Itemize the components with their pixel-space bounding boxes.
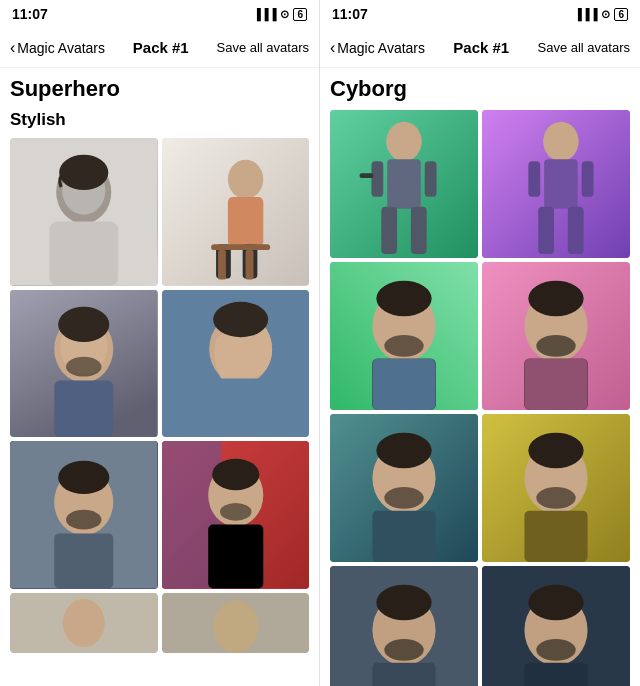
battery-icon-right: 6 bbox=[614, 8, 628, 21]
svg-rect-23 bbox=[201, 378, 280, 437]
wifi-icon-left: ⊙ bbox=[280, 8, 289, 21]
back-arrow-icon-right: ‹ bbox=[330, 39, 335, 57]
image-item[interactable] bbox=[330, 262, 478, 410]
status-bar-left: 11:07 ▐▐▐ ⊙ 6 bbox=[0, 0, 319, 28]
svg-point-36 bbox=[212, 459, 259, 490]
svg-rect-13 bbox=[245, 250, 253, 280]
svg-point-30 bbox=[66, 510, 101, 530]
nav-title-right: Pack #1 bbox=[431, 39, 532, 56]
svg-rect-66 bbox=[524, 359, 587, 410]
svg-rect-76 bbox=[524, 511, 587, 562]
image-grid-right bbox=[330, 110, 630, 686]
svg-point-67 bbox=[528, 281, 583, 317]
svg-rect-11 bbox=[211, 244, 270, 250]
image-item[interactable] bbox=[482, 414, 630, 562]
svg-rect-2 bbox=[49, 222, 118, 286]
image-item[interactable] bbox=[162, 441, 310, 589]
svg-rect-35 bbox=[208, 525, 263, 589]
content-left: Superhero Stylish bbox=[0, 68, 319, 686]
svg-rect-48 bbox=[425, 161, 437, 197]
svg-point-82 bbox=[376, 585, 431, 621]
back-label-left: Magic Avatars bbox=[17, 40, 105, 56]
image-item[interactable] bbox=[10, 138, 158, 286]
svg-rect-54 bbox=[568, 207, 584, 254]
svg-point-37 bbox=[220, 503, 251, 521]
svg-rect-28 bbox=[54, 533, 113, 588]
image-item[interactable] bbox=[162, 290, 310, 438]
svg-rect-12 bbox=[218, 250, 226, 280]
status-bar-right: 11:07 ▐▐▐ ⊙ 6 bbox=[320, 0, 640, 28]
svg-point-62 bbox=[384, 335, 423, 357]
svg-rect-60 bbox=[372, 359, 435, 410]
image-item[interactable] bbox=[330, 414, 478, 562]
image-item[interactable] bbox=[10, 290, 158, 438]
svg-rect-49 bbox=[360, 173, 374, 178]
save-all-button-right[interactable]: Save all avatars bbox=[538, 40, 631, 55]
svg-rect-71 bbox=[372, 511, 435, 562]
svg-rect-18 bbox=[54, 380, 113, 437]
svg-point-39 bbox=[63, 599, 105, 647]
svg-point-88 bbox=[536, 639, 575, 661]
svg-point-78 bbox=[536, 487, 575, 509]
svg-point-61 bbox=[376, 281, 431, 317]
right-phone-panel: 11:07 ▐▐▐ ⊙ 6 ‹ Magic Avatars Pack #1 Sa… bbox=[320, 0, 640, 686]
svg-point-83 bbox=[384, 639, 423, 661]
svg-point-20 bbox=[66, 356, 101, 376]
section-title-left: Superhero bbox=[10, 76, 309, 102]
wifi-icon-right: ⊙ bbox=[601, 8, 610, 21]
svg-point-72 bbox=[376, 433, 431, 469]
svg-rect-81 bbox=[372, 663, 435, 686]
svg-point-68 bbox=[536, 335, 575, 357]
svg-rect-86 bbox=[524, 663, 587, 686]
svg-point-24 bbox=[213, 301, 268, 336]
back-label-right: Magic Avatars bbox=[337, 40, 425, 56]
signal-icon-right: ▐▐▐ bbox=[574, 8, 597, 20]
status-icons-right: ▐▐▐ ⊙ 6 bbox=[574, 8, 628, 21]
svg-point-7 bbox=[227, 160, 262, 199]
content-right: Cyborg bbox=[320, 68, 640, 686]
battery-icon-left: 6 bbox=[293, 8, 307, 21]
save-all-button-left[interactable]: Save all avatars bbox=[217, 40, 310, 55]
status-icons-left: ▐▐▐ ⊙ 6 bbox=[253, 8, 307, 21]
svg-point-51 bbox=[543, 122, 579, 161]
nav-bar-right: ‹ Magic Avatars Pack #1 Save all avatars bbox=[320, 28, 640, 68]
time-left: 11:07 bbox=[12, 6, 48, 22]
svg-rect-52 bbox=[544, 159, 578, 208]
svg-rect-45 bbox=[381, 207, 397, 254]
svg-point-41 bbox=[213, 600, 258, 653]
svg-point-4 bbox=[59, 155, 108, 190]
nav-title-left: Pack #1 bbox=[111, 39, 211, 56]
image-item[interactable] bbox=[482, 566, 630, 686]
image-item[interactable] bbox=[10, 593, 158, 653]
left-phone-panel: 11:07 ▐▐▐ ⊙ 6 ‹ Magic Avatars Pack #1 Sa… bbox=[0, 0, 320, 686]
section-title-right: Cyborg bbox=[330, 76, 630, 102]
nav-bar-left: ‹ Magic Avatars Pack #1 Save all avatars bbox=[0, 28, 319, 68]
image-item[interactable] bbox=[330, 566, 478, 686]
svg-rect-56 bbox=[582, 161, 594, 197]
signal-icon-left: ▐▐▐ bbox=[253, 8, 276, 20]
time-right: 11:07 bbox=[332, 6, 368, 22]
svg-rect-8 bbox=[227, 197, 262, 246]
image-item[interactable] bbox=[10, 441, 158, 589]
svg-rect-44 bbox=[387, 159, 421, 208]
svg-rect-46 bbox=[411, 207, 427, 254]
subsection-title-left: Stylish bbox=[10, 110, 309, 130]
back-button-right[interactable]: ‹ Magic Avatars bbox=[330, 39, 425, 57]
back-arrow-icon-left: ‹ bbox=[10, 39, 15, 57]
svg-point-87 bbox=[528, 585, 583, 621]
svg-rect-47 bbox=[371, 161, 383, 197]
svg-rect-53 bbox=[538, 207, 554, 254]
image-item[interactable] bbox=[162, 138, 310, 286]
image-grid-left bbox=[10, 138, 309, 653]
image-item[interactable] bbox=[482, 110, 630, 258]
svg-point-77 bbox=[528, 433, 583, 469]
svg-rect-55 bbox=[528, 161, 540, 197]
svg-point-29 bbox=[58, 461, 109, 494]
back-button-left[interactable]: ‹ Magic Avatars bbox=[10, 39, 105, 57]
svg-point-19 bbox=[58, 306, 109, 341]
image-item[interactable] bbox=[162, 593, 310, 653]
image-item[interactable] bbox=[330, 110, 478, 258]
svg-point-73 bbox=[384, 487, 423, 509]
image-item[interactable] bbox=[482, 262, 630, 410]
svg-point-43 bbox=[386, 122, 422, 161]
